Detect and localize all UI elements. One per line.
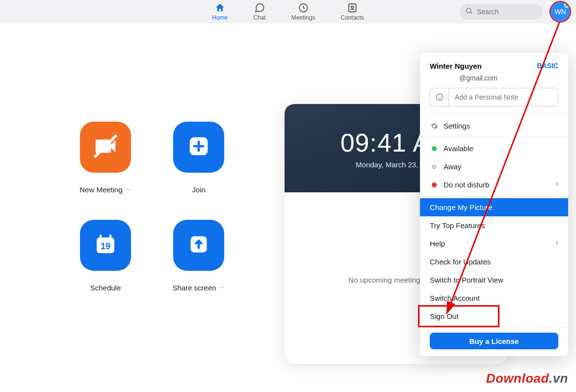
svg-point-11 xyxy=(436,94,443,101)
menu-item-portrait[interactable]: Switch to Portrait View xyxy=(420,271,568,289)
calendar-icon: 19 xyxy=(94,233,117,258)
svg-rect-8 xyxy=(109,235,111,239)
svg-rect-7 xyxy=(100,235,102,239)
tile-label: New Meeting xyxy=(79,185,123,194)
menu-item-change-picture[interactable]: Change My Picture xyxy=(420,198,568,216)
menu-item-away[interactable]: Away xyxy=(420,157,568,176)
nav-tabs: Home Chat Meetings Contacts xyxy=(212,2,364,21)
menu-label: Try Top Features xyxy=(430,221,485,230)
status-away-icon xyxy=(432,165,436,169)
tab-label: Chat xyxy=(253,14,265,21)
buy-label: Buy a License xyxy=(470,337,519,345)
schedule-tile[interactable]: 19 Schedule xyxy=(59,220,152,318)
menu-label: Switch to Portrait View xyxy=(430,276,503,284)
buy-license-button[interactable]: Buy a License xyxy=(430,333,558,349)
tab-label: Meetings xyxy=(291,14,315,21)
tab-home[interactable]: Home xyxy=(212,2,228,21)
join-tile[interactable]: Join xyxy=(152,122,245,220)
menu-label: Available xyxy=(444,144,473,153)
profile-email: @gmail.com xyxy=(420,74,568,88)
profile-user-name: Winter Nguyen xyxy=(430,62,482,70)
menu-label: Sign Out xyxy=(430,312,458,320)
gear-icon xyxy=(430,122,439,130)
menu-item-top-features[interactable]: Try Top Features xyxy=(420,216,568,235)
chevron-down-icon[interactable] xyxy=(126,185,131,194)
tile-label: Join xyxy=(192,185,206,194)
share-up-icon xyxy=(188,234,209,257)
menu-label: Do not disturb xyxy=(444,181,489,189)
search-input[interactable] xyxy=(477,8,537,16)
svg-point-3 xyxy=(467,8,471,13)
action-tiles: New Meeting Join 19 Schedule xyxy=(59,122,245,318)
profile-avatar-button[interactable]: WN xyxy=(550,2,570,22)
new-meeting-tile[interactable]: New Meeting xyxy=(59,122,152,220)
tile-label: Share screen xyxy=(172,284,216,292)
search-box[interactable] xyxy=(459,4,543,20)
plus-icon xyxy=(188,135,209,159)
emoji-picker-button[interactable] xyxy=(430,88,448,106)
menu-item-dnd[interactable]: Do not disturb xyxy=(420,176,568,194)
tab-meetings[interactable]: Meetings xyxy=(291,2,315,21)
menu-item-sign-out[interactable]: Sign Out xyxy=(420,307,568,325)
clock-icon xyxy=(298,2,309,13)
tab-chat[interactable]: Chat xyxy=(253,2,265,21)
svg-text:19: 19 xyxy=(101,241,110,251)
profile-plan-badge: BASIC xyxy=(537,62,558,70)
menu-item-help[interactable]: Help xyxy=(420,235,568,253)
video-off-icon xyxy=(92,133,119,161)
home-icon xyxy=(214,2,225,13)
svg-point-2 xyxy=(351,6,354,8)
profile-menu: Winter Nguyen BASIC @gmail.com Settings … xyxy=(420,53,568,356)
main-area: New Meeting Join 19 Schedule xyxy=(0,24,576,392)
tile-label: Schedule xyxy=(90,284,121,292)
presence-dot-icon xyxy=(564,3,569,8)
menu-item-available[interactable]: Available xyxy=(420,139,568,157)
chevron-right-icon xyxy=(553,239,560,248)
tab-label: Home xyxy=(212,14,228,21)
contacts-icon xyxy=(347,2,358,13)
watermark: Download.vn xyxy=(486,371,568,386)
status-dnd-icon xyxy=(432,183,437,187)
top-bar: Home Chat Meetings Contacts WN xyxy=(0,0,576,24)
menu-label: Away xyxy=(444,162,461,171)
tab-label: Contacts xyxy=(340,14,364,21)
menu-label: Switch Account xyxy=(430,294,480,302)
share-screen-tile[interactable]: Share screen xyxy=(152,220,245,318)
menu-label: Settings xyxy=(444,122,470,130)
chevron-right-icon xyxy=(553,181,560,189)
menu-item-switch-account[interactable]: Switch Account xyxy=(420,289,568,307)
menu-label: Change My Picture xyxy=(430,203,493,211)
chat-icon xyxy=(254,2,265,13)
menu-item-updates[interactable]: Check for Updates xyxy=(420,253,568,271)
menu-label: Help xyxy=(430,239,445,248)
chevron-down-icon[interactable] xyxy=(219,284,225,292)
menu-item-settings[interactable]: Settings xyxy=(420,117,568,135)
menu-label: Check for Updates xyxy=(430,258,491,266)
status-available-icon xyxy=(432,146,437,151)
avatar-initials: WN xyxy=(554,8,566,16)
personal-note-input[interactable] xyxy=(448,88,558,106)
search-icon xyxy=(465,7,473,17)
tab-contacts[interactable]: Contacts xyxy=(340,2,364,21)
